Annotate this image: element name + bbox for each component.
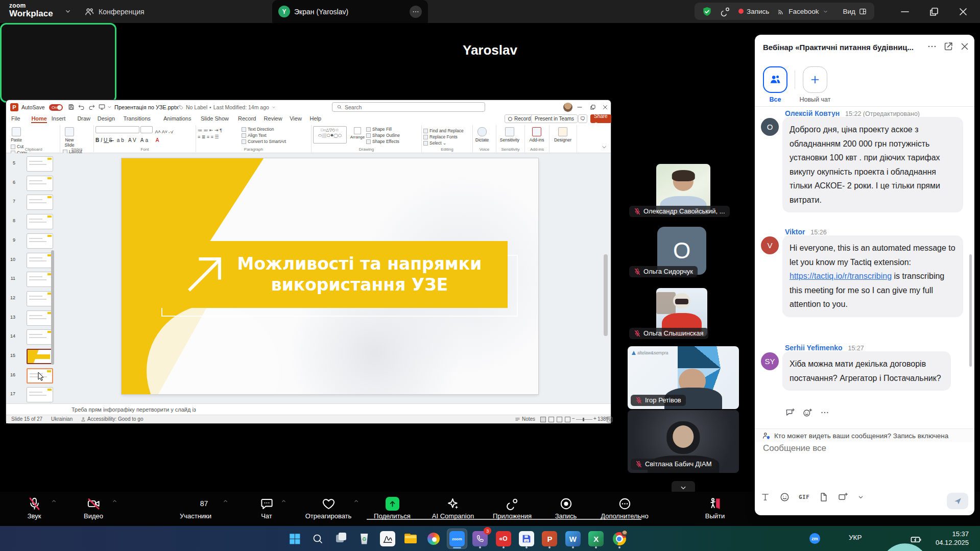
zoom-knob[interactable] [583, 418, 584, 421]
sensitivity-label[interactable]: No Label • Last Modified: 14m ago [178, 104, 276, 110]
reading-view-icon[interactable] [557, 417, 562, 422]
ppt-tab-view[interactable]: View [290, 115, 302, 122]
message-sender[interactable]: Олексій Ковтун [785, 109, 840, 117]
tab-more-button[interactable] [410, 6, 422, 18]
ppt-tab-home[interactable]: Home [31, 115, 47, 123]
reply-icon[interactable] [785, 408, 795, 418]
ppt-tab-insert[interactable]: Insert [52, 115, 66, 122]
chat-scrollbar[interactable] [969, 254, 972, 367]
add-reaction-icon[interactable] [802, 408, 812, 418]
taskbar-app-explorer[interactable] [400, 529, 421, 549]
zoom-in-button[interactable]: + [593, 416, 596, 421]
message-sender[interactable]: Serhii Yefimenko [785, 344, 843, 352]
undo-icon[interactable] [78, 103, 85, 111]
toolbar-button-participants[interactable]: 87 Участники [162, 492, 229, 526]
taskbar-app-zoom[interactable]: zoom [447, 529, 467, 549]
toolbar-button-audio[interactable]: Звук [11, 492, 57, 526]
slide-thumbnail-8[interactable] [27, 214, 53, 229]
gif-button[interactable]: GIF [799, 494, 809, 500]
taskbar-app-powerpoint[interactable]: P [539, 529, 560, 549]
battery-icon[interactable] [910, 534, 922, 545]
participant-tile-active-speaker[interactable]: Yaroslav Yaroslav [0, 23, 116, 103]
taskbar-app-viber[interactable]: 3 [470, 529, 490, 549]
apps-icon[interactable] [720, 6, 731, 17]
restore-button[interactable] [928, 6, 940, 18]
notes-icon[interactable] [515, 417, 520, 422]
ppt-restore-button[interactable] [589, 104, 596, 111]
ppt-tab-file[interactable]: File [11, 115, 20, 122]
toolbar-button-ai[interactable]: AI Companion [425, 492, 481, 526]
taskbar-app-stats[interactable] [377, 529, 398, 549]
slide-thumbnail-17[interactable] [27, 387, 53, 402]
tray-clock[interactable]: 15:37 04.12.2025 [936, 530, 969, 547]
sorter-view-icon[interactable] [548, 417, 554, 422]
language-switch[interactable]: УКР [849, 534, 862, 541]
slide-thumbnail-15[interactable] [27, 349, 53, 364]
ppt-notes-bar[interactable]: Треба прям інфографіку перетворити у сла… [6, 403, 611, 415]
slide-scrollbar[interactable] [604, 157, 608, 397]
slide-thumbnail-10[interactable] [27, 253, 53, 268]
toolbar-button-share[interactable]: Поделиться [367, 492, 418, 526]
slide-thumbnail-6[interactable] [27, 176, 53, 191]
taskbar-app-start[interactable] [284, 529, 305, 549]
ppt-minimize-button[interactable] [576, 104, 583, 111]
taskbar-app-backup[interactable]: 64 [516, 529, 537, 549]
chevron-down-icon[interactable] [107, 103, 112, 111]
view-control[interactable]: Вид [843, 7, 867, 16]
chevron-up-icon[interactable] [222, 498, 229, 505]
ppt-search-box[interactable]: Search [332, 102, 485, 112]
slide-canvas[interactable]: Можливості та напрямки використання УЗЕ [122, 158, 538, 394]
chevron-up-icon[interactable] [280, 498, 287, 505]
chat-more-icon[interactable] [926, 41, 938, 52]
close-button[interactable] [957, 6, 969, 18]
ppt-tab-transitions[interactable]: Transitions [123, 115, 150, 122]
ppt-close-button[interactable] [602, 104, 609, 111]
zoom-slider[interactable] [576, 419, 592, 420]
new-chat-button[interactable] [803, 66, 827, 93]
redo-icon[interactable] [88, 103, 95, 111]
taskbar-app-excel[interactable]: X [586, 529, 606, 549]
ppt-share-button[interactable]: Share ⌄ [590, 114, 611, 123]
slide-thumbnail-12[interactable] [27, 291, 53, 306]
slide-thumbnail-9[interactable] [27, 233, 53, 249]
participant-tile[interactable]: altelaw&sempra Ігор Ретівов [628, 346, 739, 409]
slide-thumbnail-14[interactable] [27, 329, 53, 345]
chat-visibility-notice[interactable]: Кто может видеть ваши сообщения? Запись … [755, 428, 974, 442]
taskbar-app-paint[interactable] [423, 529, 444, 549]
language-label[interactable]: Ukrainian [51, 416, 73, 422]
chat-tab-everyone[interactable] [763, 66, 787, 93]
message-link[interactable]: https://tactiq.io/r/transcribing [790, 272, 892, 280]
pop-out-icon[interactable] [943, 41, 954, 52]
minimize-button[interactable] [899, 6, 911, 18]
fit-slide-icon[interactable] [607, 417, 612, 422]
taskbar-app-keycrm[interactable]: «О [493, 529, 514, 549]
comments-button[interactable]: 🗨 [578, 114, 587, 123]
ppt-record-button[interactable]: Record [505, 114, 534, 123]
taskbar-app-word[interactable]: W [563, 529, 583, 549]
close-chat-icon[interactable] [959, 41, 970, 52]
attach-file-icon[interactable] [818, 492, 829, 502]
toolbar-button-record[interactable]: Запись [545, 492, 586, 526]
present-icon[interactable] [98, 103, 106, 111]
present-in-teams-button[interactable]: Present in Teams [531, 114, 578, 123]
slide-thumbnail-7[interactable] [27, 195, 53, 210]
emoji-icon[interactable] [779, 492, 790, 502]
taskbar-app-recycle[interactable]: ♻ [354, 529, 374, 549]
chevron-down-icon[interactable] [64, 7, 72, 15]
screenshot-icon[interactable] [838, 492, 848, 502]
save-icon[interactable] [67, 103, 75, 111]
autosave-toggle[interactable]: On [49, 104, 63, 111]
ppt-tab-help[interactable]: Help [310, 115, 322, 122]
normal-view-icon[interactable] [540, 417, 546, 422]
participant-tile[interactable]: Світлана Бабич ДІАМ [628, 410, 739, 473]
slide-thumbnail-11[interactable] [27, 272, 53, 287]
taskbar-app-search[interactable] [307, 529, 328, 549]
tray-zoom-icon[interactable]: zm [809, 533, 820, 544]
taskbar-app-taskview[interactable] [331, 529, 351, 549]
notes-toggle-label[interactable]: Notes [522, 416, 535, 422]
ppt-tab-animations[interactable]: Animations [163, 115, 191, 122]
more-actions-icon[interactable] [820, 408, 830, 418]
tab-screen-share[interactable]: Y Экран (Yaroslav) [272, 0, 428, 23]
toolbar-button-leave[interactable]: Выйти [694, 492, 736, 526]
chevron-up-icon[interactable] [353, 498, 360, 505]
